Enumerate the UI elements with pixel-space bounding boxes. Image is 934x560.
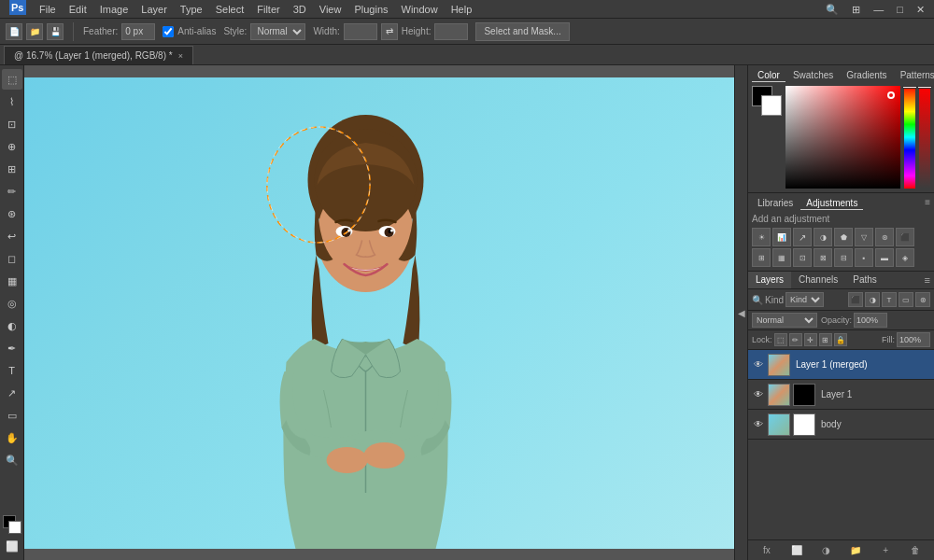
fg-color-swatch[interactable] — [3, 515, 21, 534]
layer-visibility-merged[interactable]: 👁 — [752, 358, 765, 371]
vibrance-adj[interactable]: ⬟ — [834, 228, 853, 246]
menu-type[interactable]: Type — [175, 0, 208, 19]
lock-pixels-btn[interactable]: ⬚ — [774, 333, 787, 346]
invert-adj[interactable]: ⊠ — [814, 248, 832, 267]
tab-adjustments[interactable]: Adjustments — [800, 197, 863, 210]
layer-mask-btn[interactable]: ⬜ — [788, 542, 805, 559]
hue-bar[interactable] — [904, 86, 915, 189]
lock-all-btn[interactable]: 🔒 — [834, 333, 847, 346]
layer-item-body[interactable]: 👁 body — [748, 410, 934, 440]
lock-image-btn[interactable]: ✏ — [789, 333, 802, 346]
posterize-adj[interactable]: ⊟ — [834, 248, 853, 267]
menu-file[interactable]: File — [34, 0, 62, 19]
fg-bg-swatches[interactable] — [752, 86, 782, 116]
eraser-tool[interactable]: ◻ — [2, 248, 22, 269]
layer-item-merged[interactable]: 👁 Layer 1 (merged) — [748, 350, 934, 380]
hand-tool[interactable]: ✋ — [2, 427, 22, 448]
brush-tool[interactable]: ✏ — [2, 181, 22, 202]
search-icon[interactable]: 🔍 — [820, 0, 844, 19]
gradient-tool[interactable]: ▦ — [2, 271, 22, 291]
adj-panel-menu[interactable]: ≡ — [925, 197, 930, 210]
tab-patterns[interactable]: Patterns — [895, 69, 934, 82]
dodge-tool[interactable]: ◐ — [2, 315, 22, 336]
feather-input[interactable] — [121, 23, 155, 40]
selective-color-adj[interactable]: ◈ — [896, 248, 914, 267]
bg-swatch[interactable] — [761, 95, 782, 116]
panel-collapse-btn[interactable]: ◀ — [734, 65, 747, 560]
menu-help[interactable]: Help — [446, 0, 478, 19]
tab-swatches[interactable]: Swatches — [787, 69, 839, 82]
menu-plugins[interactable]: Plugins — [348, 0, 393, 19]
swap-icon[interactable]: ⇄ — [381, 23, 398, 40]
antialias-checkbox[interactable] — [163, 26, 174, 37]
shape-filter[interactable]: ▭ — [899, 292, 913, 307]
layer-fx-btn[interactable]: fx — [758, 542, 775, 559]
exposure-adj[interactable]: ◑ — [814, 228, 832, 246]
tab-layers[interactable]: Layers — [748, 272, 791, 288]
lock-position-btn[interactable]: ✛ — [804, 333, 817, 346]
menu-select[interactable]: Select — [210, 0, 250, 19]
tab-gradients[interactable]: Gradients — [841, 69, 892, 82]
channelmix-adj[interactable]: ▦ — [772, 248, 791, 267]
layer-item-1[interactable]: 👁 Layer 1 — [748, 380, 934, 410]
arrange-icon[interactable]: ⊞ — [846, 0, 866, 19]
curves-adj[interactable]: ↗ — [793, 228, 812, 246]
smart-filter[interactable]: ⊛ — [915, 292, 930, 307]
layer-adjustment-btn[interactable]: ◑ — [818, 542, 835, 559]
gradient-map-adj[interactable]: ▬ — [875, 248, 894, 267]
tab-paths[interactable]: Paths — [845, 272, 884, 288]
menu-filter[interactable]: Filter — [251, 0, 285, 19]
layers-panel-menu[interactable]: ≡ — [921, 272, 934, 288]
healing-tool[interactable]: ⊞ — [2, 159, 22, 179]
kind-select[interactable]: Kind — [785, 292, 824, 307]
blend-mode-select[interactable]: Normal — [752, 313, 817, 328]
brightness-adj[interactable]: ☀ — [752, 228, 771, 246]
threshold-adj[interactable]: ▪ — [855, 248, 873, 267]
tab-channels[interactable]: Channels — [791, 272, 845, 288]
eyedropper-tool[interactable]: ⊕ — [2, 136, 22, 157]
zoom-tool[interactable]: 🔍 — [2, 450, 22, 470]
menu-edit[interactable]: Edit — [64, 0, 92, 19]
shape-tool[interactable]: ▭ — [2, 405, 22, 426]
crop-tool[interactable]: ⊡ — [2, 114, 22, 134]
save-icon[interactable]: 💾 — [47, 23, 64, 40]
quick-mask-btn[interactable]: ⬜ — [2, 536, 22, 556]
pixel-filter[interactable]: ⬛ — [848, 292, 863, 307]
colorlookup-adj[interactable]: ⊡ — [793, 248, 812, 267]
width-input[interactable] — [344, 23, 377, 40]
open-icon[interactable]: 📁 — [26, 23, 43, 40]
fill-input[interactable] — [897, 332, 930, 347]
menu-view[interactable]: View — [314, 0, 347, 19]
menu-3d[interactable]: 3D — [288, 0, 312, 19]
blur-tool[interactable]: ◎ — [2, 293, 22, 314]
pen-tool[interactable]: ✒ — [2, 338, 22, 358]
style-select[interactable]: Normal — [250, 23, 305, 40]
tab-close-btn[interactable]: × — [178, 51, 183, 61]
text-tool[interactable]: T — [2, 360, 22, 381]
color-gradient-area[interactable] — [785, 86, 900, 189]
opacity-input[interactable] — [854, 313, 887, 328]
document-tab[interactable]: @ 16.7% (Layer 1 (merged), RGB/8) * × — [4, 46, 193, 64]
layer-delete-btn[interactable]: 🗑 — [907, 542, 924, 559]
alpha-bar[interactable] — [919, 86, 930, 189]
adj-filter[interactable]: ◑ — [865, 292, 880, 307]
history-brush[interactable]: ↩ — [2, 226, 22, 246]
layer-visibility-1[interactable]: 👁 — [752, 388, 765, 401]
new-doc-icon[interactable]: 📄 — [6, 23, 22, 40]
menu-window[interactable]: Window — [396, 0, 444, 19]
maximize-btn[interactable]: □ — [891, 0, 909, 19]
select-mask-button[interactable]: Select and Mask... — [475, 22, 569, 41]
height-input[interactable] — [434, 23, 468, 40]
colorbalance-adj[interactable]: ⊛ — [875, 228, 894, 246]
canvas-area[interactable] — [24, 65, 734, 560]
levels-adj[interactable]: 📊 — [772, 228, 791, 246]
layer-visibility-body[interactable]: 👁 — [752, 418, 765, 431]
layer-group-btn[interactable]: 📁 — [847, 542, 864, 559]
close-btn[interactable]: ✕ — [911, 0, 930, 19]
photofilter-adj[interactable]: ⊞ — [752, 248, 771, 267]
tab-color[interactable]: Color — [752, 69, 785, 82]
clone-tool[interactable]: ⊛ — [2, 203, 22, 224]
menu-image[interactable]: Image — [94, 0, 134, 19]
menu-ps[interactable]: Ps — [4, 0, 32, 19]
tab-libraries[interactable]: Libraries — [752, 197, 799, 210]
